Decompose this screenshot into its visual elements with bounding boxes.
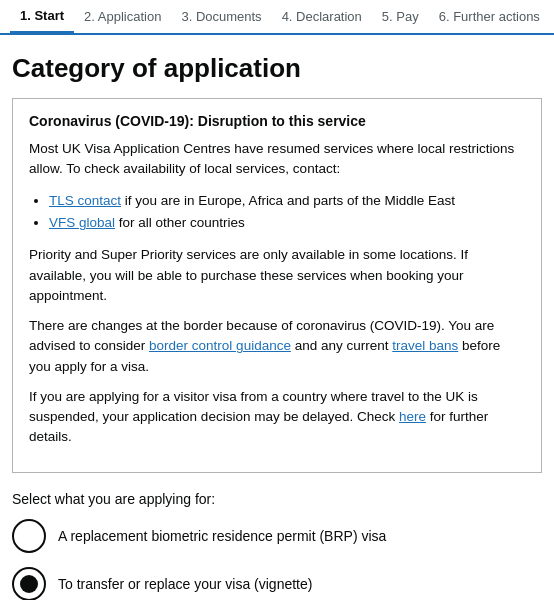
notice-paragraph-1: Most UK Visa Application Centres have re… <box>29 139 525 180</box>
tls-contact-link[interactable]: TLS contact <box>49 193 121 208</box>
notice-link-list: TLS contact if you are in Europe, Africa… <box>49 190 525 236</box>
notice-paragraph-2: Priority and Super Priority services are… <box>29 245 525 306</box>
notice-link-item-vfs: VFS global for all other countries <box>49 212 525 235</box>
radio-selected-indicator <box>20 575 38 593</box>
page-title: Category of application <box>0 35 554 98</box>
notice-paragraph-3: There are changes at the border because … <box>29 316 525 377</box>
progress-nav: 1. Start 2. Application 3. Documents 4. … <box>0 0 554 35</box>
nav-step-declaration[interactable]: 4. Declaration <box>272 1 372 32</box>
notice-paragraph-4: If you are applying for a visitor visa f… <box>29 387 525 448</box>
radio-button-brp[interactable] <box>12 519 46 553</box>
radio-group: A replacement biometric residence permit… <box>0 519 554 600</box>
vfs-suffix: for all other countries <box>115 215 245 230</box>
radio-label-brp: A replacement biometric residence permit… <box>58 528 386 544</box>
notice-link-item-tls: TLS contact if you are in Europe, Africa… <box>49 190 525 213</box>
here-link[interactable]: here <box>399 409 426 424</box>
nav-step-further[interactable]: 6. Further actions <box>429 1 550 32</box>
nav-step-application[interactable]: 2. Application <box>74 1 171 32</box>
travel-bans-link[interactable]: travel bans <box>392 338 458 353</box>
tls-suffix: if you are in Europe, Africa and parts o… <box>121 193 455 208</box>
radio-button-vignette[interactable] <box>12 567 46 600</box>
nav-step-start[interactable]: 1. Start <box>10 0 74 35</box>
nav-step-pay[interactable]: 5. Pay <box>372 1 429 32</box>
notice-title: Coronavirus (COVID-19): Disruption to th… <box>29 113 525 129</box>
nav-step-documents[interactable]: 3. Documents <box>171 1 271 32</box>
radio-option-vignette[interactable]: To transfer or replace your visa (vignet… <box>12 567 542 600</box>
vfs-global-link[interactable]: VFS global <box>49 215 115 230</box>
select-label: Select what you are applying for: <box>0 491 554 519</box>
radio-option-brp[interactable]: A replacement biometric residence permit… <box>12 519 542 553</box>
notice-p3-mid: and any current <box>291 338 392 353</box>
border-control-link[interactable]: border control guidance <box>149 338 291 353</box>
radio-label-vignette: To transfer or replace your visa (vignet… <box>58 576 312 592</box>
covid-notice-box: Coronavirus (COVID-19): Disruption to th… <box>12 98 542 473</box>
